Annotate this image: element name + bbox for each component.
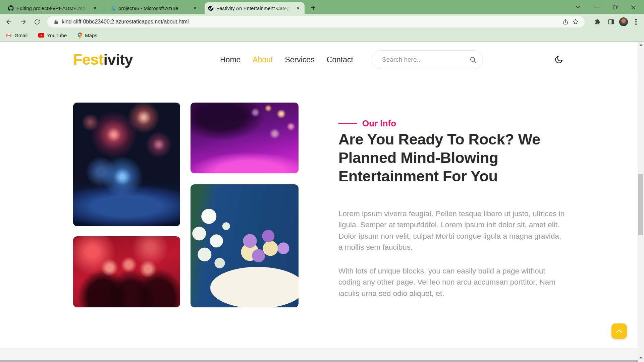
tab-festivity-active[interactable]: Festivity An Entertainment Categ ✕: [205, 2, 305, 14]
tab-azure-portal[interactable]: project96 - Microsoft Azure ✕: [107, 2, 201, 14]
site-logo[interactable]: Festivity: [73, 42, 133, 78]
site-header: Festivity Home About Services Contact: [0, 42, 638, 78]
tab-title: Editing project96/README.md at: [16, 5, 89, 11]
address-bar[interactable]: kind-cliff-0bbc23400.2.azurestaticapps.n…: [47, 16, 585, 27]
bookmark-label: Gmail: [14, 33, 28, 38]
dark-mode-moon-icon[interactable]: [553, 54, 565, 66]
tab-title: Festivity An Entertainment Categ: [216, 5, 292, 11]
bookmark-label: Maps: [85, 33, 97, 38]
nav-contact[interactable]: Contact: [327, 55, 353, 64]
scrollbar-down-arrow[interactable]: [638, 355, 644, 361]
search-icon[interactable]: [470, 56, 477, 63]
bookmark-label: YouTube: [47, 33, 67, 38]
tab-close-icon[interactable]: ✕: [92, 5, 98, 11]
scrollbar-up-arrow[interactable]: [638, 42, 644, 48]
back-button[interactable]: [3, 16, 15, 27]
tab-title: project96 - Microsoft Azure: [118, 5, 189, 11]
browser-toolbar: kind-cliff-0bbc23400.2.azurestaticapps.n…: [0, 14, 644, 29]
nav-home[interactable]: Home: [220, 55, 240, 64]
bookmark-youtube[interactable]: YouTube: [38, 33, 67, 38]
photo-fireworks-over-city: [73, 103, 180, 226]
tab-search-chevron-icon[interactable]: [569, 0, 587, 14]
url-text: kind-cliff-0bbc23400.2.azurestaticapps.n…: [62, 19, 189, 25]
maps-icon: [77, 33, 82, 39]
toolbar-right-icons: [592, 16, 641, 27]
footer-section-top: [0, 348, 638, 360]
section-kicker: Our Info: [338, 118, 396, 129]
browser-window: Editing project96/README.md at ✕ project…: [0, 0, 644, 362]
globe-icon: [208, 5, 214, 11]
logo-highlight: Fest: [73, 51, 104, 68]
bookmark-star-icon[interactable]: [571, 17, 581, 27]
tab-close-icon[interactable]: ✕: [192, 5, 198, 11]
webpage-viewport: Festivity Home About Services Contact: [0, 42, 644, 362]
scrollbar-thumb[interactable]: [638, 174, 643, 235]
site-search: [372, 50, 483, 69]
tab-strip: Editing project96/README.md at ✕ project…: [0, 0, 644, 14]
search-input[interactable]: [381, 56, 470, 64]
body-paragraph: Lorem ipsum viverra feugiat. Pellen tesq…: [338, 208, 565, 253]
footer-divider: [0, 360, 638, 362]
heading-line: Entertainment For You: [338, 167, 570, 185]
body-paragraph: With lots of unique blocks, you can easi…: [338, 265, 565, 299]
photo-masquerade-party-friends: [73, 236, 180, 307]
bookmarks-bar: Gmail YouTube Maps: [0, 29, 644, 42]
scroll-to-top-button[interactable]: [611, 323, 627, 339]
extensions-puzzle-icon[interactable]: [592, 16, 603, 27]
forward-button[interactable]: [17, 16, 29, 27]
nav-services[interactable]: Services: [285, 55, 314, 64]
tab-close-icon[interactable]: ✕: [295, 5, 301, 11]
main-navigation: Home About Services Contact: [220, 42, 353, 78]
bookmark-maps[interactable]: Maps: [77, 33, 97, 39]
minimize-button[interactable]: [587, 0, 606, 14]
heading-line: Are You Ready To Rock? We: [338, 130, 570, 148]
browser-menu-icon[interactable]: [631, 16, 641, 27]
bookmark-gmail[interactable]: Gmail: [6, 33, 28, 38]
tab-github-readme[interactable]: Editing project96/README.md at ✕: [5, 2, 101, 14]
reload-button[interactable]: [31, 16, 43, 27]
page-scrollbar[interactable]: [638, 42, 644, 362]
nav-about[interactable]: About: [253, 55, 273, 64]
section-heading: Are You Ready To Rock? We Planned Mind-B…: [338, 130, 570, 185]
gmail-icon: [6, 33, 12, 38]
close-window-button[interactable]: [624, 0, 643, 14]
lock-icon[interactable]: [54, 19, 58, 24]
photo-cupcakes-and-flowers: [191, 184, 299, 307]
profile-avatar[interactable]: [619, 17, 628, 26]
youtube-icon: [38, 33, 44, 38]
new-tab-button[interactable]: [309, 3, 318, 12]
share-icon[interactable]: [560, 17, 571, 27]
github-icon: [8, 5, 14, 11]
logo-rest: ivity: [104, 51, 133, 68]
restore-button[interactable]: [606, 0, 624, 14]
kicker-line: [338, 123, 357, 124]
kicker-label: Our Info: [362, 118, 396, 129]
side-panel-icon[interactable]: [606, 16, 616, 27]
photo-bartender-pouring-cocktail: [191, 103, 299, 173]
tab-divider: [104, 5, 104, 11]
azure-icon: [110, 5, 116, 11]
heading-line: Planned Mind-Blowing: [338, 148, 570, 167]
window-controls: [569, 0, 643, 14]
